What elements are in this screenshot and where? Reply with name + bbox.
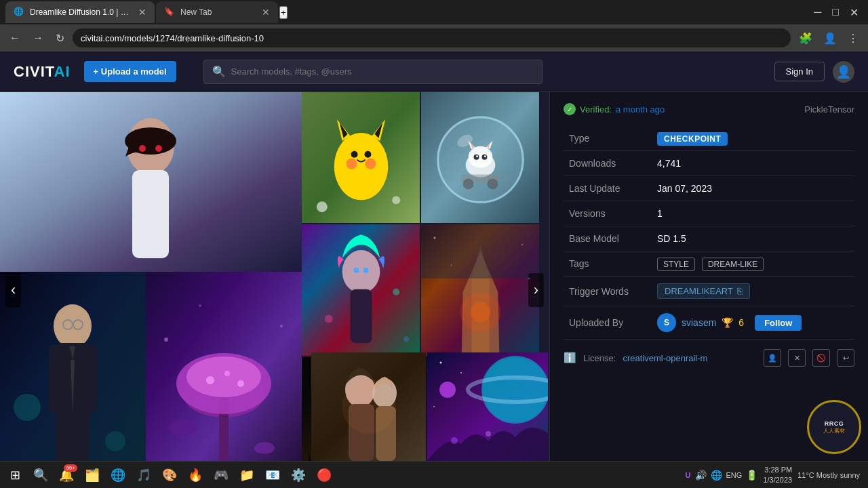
verified-time-link[interactable]: a month ago	[616, 104, 665, 115]
browser-toolbar: ← → ↻ 🧩 👤 ⋮	[0, 24, 868, 52]
uploaded-by-label: Uploaded By	[564, 306, 652, 340]
user-avatar-icon[interactable]: 👤	[833, 61, 854, 83]
minimize-btn[interactable]: ─	[810, 3, 825, 21]
taskbar-settings[interactable]: ⚙️	[286, 463, 311, 487]
network-icon[interactable]: 🌐	[711, 470, 722, 481]
svg-point-20	[186, 357, 261, 397]
lic-share-icon[interactable]: ↩	[837, 349, 854, 367]
taskbar-game[interactable]: 🎮	[209, 463, 233, 487]
trigger-words-row: Trigger Words DREAMLIKEART ⎘	[564, 277, 854, 306]
udemy-icon[interactable]: U	[686, 471, 691, 479]
language-icon: ENG	[726, 471, 743, 479]
style-tag[interactable]: STYLE	[657, 258, 695, 271]
gallery-nav-left[interactable]: ‹	[5, 273, 21, 307]
taskbar-red-app[interactable]: 🔴	[312, 463, 336, 487]
taskbar-browser[interactable]: 🌐	[106, 463, 130, 487]
mushroom-image[interactable]	[146, 272, 302, 488]
lic-cross-icon[interactable]: ✕	[788, 349, 806, 367]
tab-new-tab[interactable]: 🔖 New Tab ✕	[156, 1, 278, 23]
sign-in-button[interactable]: Sign In	[774, 62, 825, 81]
versions-row: Versions 1	[564, 201, 854, 226]
taskbar-paint[interactable]: 🎨	[157, 463, 182, 487]
dreamlike-tag[interactable]: DREAM-LIKE	[702, 258, 764, 271]
new-tab-button[interactable]: +	[279, 6, 288, 19]
taskbar-clock[interactable]: 3:28 PM 1/3/2023	[763, 465, 792, 485]
taskbar-email[interactable]: 📧	[260, 463, 285, 487]
type-row: Type CHECKPOINT	[564, 126, 854, 151]
lic-person-icon[interactable]: 👤	[764, 349, 781, 367]
license-link[interactable]: creativeml-openrail-m	[623, 353, 707, 363]
weather-text: 11°C Mostly sunny	[797, 471, 860, 479]
taskbar-right: U 🔊 🌐 ENG 🔋 3:28 PM 1/3/2023 11°C Mostly…	[686, 465, 865, 485]
gallery-nav-right[interactable]: ›	[528, 273, 544, 307]
base-model-value: SD 1.5	[652, 226, 854, 251]
extensions-btn[interactable]: 🧩	[795, 29, 816, 47]
svg-point-92	[433, 406, 435, 407]
taskbar-files[interactable]: 🗂️	[80, 463, 104, 487]
svg-point-91	[460, 372, 462, 373]
volume-icon[interactable]: 🔊	[695, 470, 707, 481]
last-update-label: Last Update	[564, 176, 652, 201]
checkpoint-badge[interactable]: CHECKPOINT	[657, 132, 728, 146]
uploader-info: S sviasem 🏆 6 Follow	[657, 313, 849, 332]
reload-btn[interactable]: ↻	[52, 29, 68, 47]
svg-point-56	[363, 268, 368, 273]
lic-no-icon[interactable]: 🚫	[812, 349, 830, 367]
svg-point-43	[469, 146, 493, 168]
svg-rect-54	[351, 289, 372, 344]
tab-active[interactable]: 🌐 Dreamlike Diffusion 1.0 | Stable ... ✕	[5, 1, 155, 23]
watermark-circle: RRCG 人人素材	[807, 400, 861, 454]
folder-icon: 📁	[239, 468, 254, 483]
tab2-favicon: 🔖	[164, 7, 175, 18]
grid-item-pikachu[interactable]	[302, 92, 420, 223]
verified-icon: ✓	[564, 103, 576, 115]
copy-icon[interactable]: ⎘	[737, 286, 743, 296]
taskbar-folder[interactable]: 📁	[235, 463, 259, 487]
follow-button[interactable]: Follow	[755, 315, 802, 331]
taskbar-notifications[interactable]: 🔔 99+	[54, 463, 79, 487]
tab-title: Dreamlike Diffusion 1.0 | Stable ...	[30, 7, 133, 17]
svg-point-50	[463, 178, 474, 189]
grid-item-space-art[interactable]	[421, 224, 539, 355]
grid-item-colorful-girl[interactable]	[302, 224, 420, 355]
forward-btn[interactable]: →	[28, 29, 47, 47]
gallery-img-top[interactable]	[0, 92, 302, 272]
search-input[interactable]	[231, 66, 534, 77]
grid-item-cat[interactable]	[421, 92, 539, 223]
back-btn[interactable]: ←	[5, 29, 24, 47]
svg-point-5	[155, 145, 162, 152]
close-tab2-icon[interactable]: ✕	[262, 7, 270, 18]
start-button[interactable]: ⊞	[3, 463, 27, 487]
menu-btn[interactable]: ⋮	[844, 29, 863, 47]
tags-value: STYLE DREAM-LIKE	[652, 251, 854, 277]
man-suit-image[interactable]	[0, 272, 146, 488]
profile-btn[interactable]: 👤	[819, 29, 841, 47]
tab2-title: New Tab	[180, 7, 256, 17]
taskbar-fire[interactable]: 🔥	[183, 463, 208, 487]
svg-point-94	[451, 437, 458, 444]
grid-item-space-planet[interactable]	[427, 352, 548, 461]
svg-point-21	[206, 376, 214, 384]
svg-point-90	[440, 362, 442, 364]
svg-point-14	[14, 394, 41, 421]
svg-point-88	[483, 357, 548, 422]
svg-point-46	[476, 155, 478, 157]
space-art-image	[421, 224, 539, 355]
email-icon: 📧	[265, 468, 280, 483]
close-tab-icon[interactable]: ✕	[138, 7, 146, 18]
info-table: Type CHECKPOINT Downloads 4,741 Last Upd…	[564, 126, 854, 340]
svg-point-35	[347, 159, 357, 169]
uploaded-by-value: S sviasem 🏆 6 Follow	[652, 306, 854, 340]
svg-point-26	[164, 338, 168, 342]
gallery-left-side	[0, 92, 302, 488]
taskbar-music[interactable]: 🎵	[132, 463, 156, 487]
address-bar[interactable]	[73, 28, 791, 47]
taskbar-search[interactable]: 🔍	[28, 463, 53, 487]
upload-model-button[interactable]: + Upload a model	[84, 61, 176, 82]
maximize-btn[interactable]: □	[828, 3, 843, 21]
uploader-name[interactable]: sviasem	[682, 317, 716, 328]
file-manager-icon: 🗂️	[85, 468, 100, 483]
grid-item-couple[interactable]	[311, 352, 426, 461]
clock-time: 3:28 PM	[763, 465, 792, 474]
close-btn[interactable]: ✕	[846, 3, 863, 22]
